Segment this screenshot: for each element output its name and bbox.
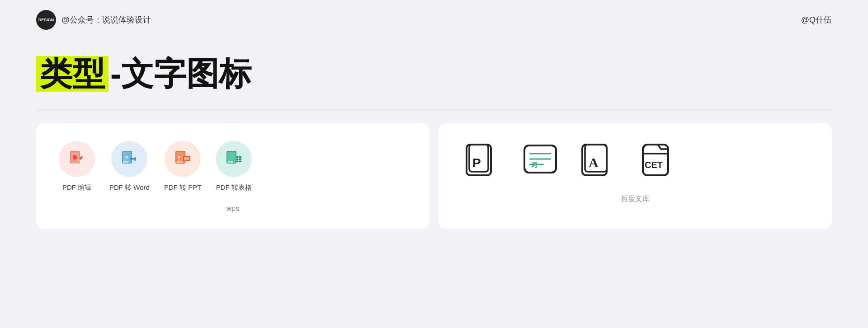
pdf-ppt-label: PDF 转 PPT xyxy=(164,183,202,192)
baidu-card: P 词 xyxy=(439,123,832,229)
header: DESIGN @公众号：说说体验设计 @Q什伍 xyxy=(36,0,832,38)
svg-text:CET: CET xyxy=(645,160,663,170)
svg-text:PDF: PDF xyxy=(177,161,182,164)
baidu-icons-row: P 词 xyxy=(461,141,809,182)
list-item: W PDF PDF 转 Word xyxy=(109,141,150,192)
pdf-edit-label: PDF 编辑 xyxy=(62,183,91,192)
title-section: 类型 -文字图标 xyxy=(36,38,832,101)
header-brand-label: @公众号：说说体验设计 xyxy=(61,14,151,25)
pdf-ppt-icon-circle: P PDF xyxy=(165,141,201,177)
svg-text:P: P xyxy=(472,156,481,170)
pdf-ppt-icon: P PDF xyxy=(172,149,193,169)
pdf-word-label: PDF 转 Word xyxy=(109,183,150,192)
svg-rect-13 xyxy=(184,157,189,160)
wps-footer-label: wps xyxy=(59,205,407,213)
pdf-word-icon-circle: W PDF xyxy=(111,141,147,177)
svg-text:P: P xyxy=(178,155,180,159)
logo-icon: DESIGN xyxy=(38,18,54,23)
header-author-label: @Q什伍 xyxy=(801,14,832,25)
baidu-font-icon: A xyxy=(579,141,619,182)
list-item: PDF PDF 转表格 xyxy=(216,141,252,192)
svg-text:W: W xyxy=(124,155,128,159)
logo-circle: DESIGN xyxy=(36,10,56,30)
pdf-word-icon: W PDF xyxy=(119,149,140,169)
baidu-pdf-icon: P xyxy=(461,141,502,182)
baidu-cet-icon: CET xyxy=(637,141,678,182)
list-item: P xyxy=(461,141,502,182)
page-wrapper: DESIGN @公众号：说说体验设计 @Q什伍 类型 -文字图标 xyxy=(0,0,868,328)
pdf-table-icon: PDF xyxy=(223,149,244,169)
cards-row: PDF PDF 编辑 W PDF xyxy=(36,123,832,229)
svg-text:PDF: PDF xyxy=(72,162,79,165)
pdf-table-label: PDF 转表格 xyxy=(216,183,252,192)
wps-card: PDF PDF 编辑 W PDF xyxy=(36,123,429,229)
svg-text:A: A xyxy=(589,155,599,170)
svg-text:PDF: PDF xyxy=(228,161,233,164)
pdf-edit-icon: PDF xyxy=(66,149,87,169)
svg-text:PDF: PDF xyxy=(123,161,129,164)
pdf-edit-icon-circle: PDF xyxy=(59,141,95,177)
wps-icons-row: PDF PDF 编辑 W PDF xyxy=(59,141,407,192)
title-rest: -文字图标 xyxy=(110,56,251,92)
section-divider xyxy=(36,109,832,109)
svg-rect-7 xyxy=(130,158,133,159)
pdf-table-icon-circle: PDF xyxy=(216,141,252,177)
list-item: A xyxy=(579,141,619,182)
svg-text:词: 词 xyxy=(531,161,537,169)
list-item: 词 xyxy=(520,141,561,182)
title-highlight: 类型 xyxy=(36,56,108,92)
list-item: P PDF PDF 转 PPT xyxy=(164,141,202,192)
baidu-footer-label: 百度文库 xyxy=(461,194,809,204)
baidu-doc-icon: 词 xyxy=(520,141,561,182)
header-left: DESIGN @公众号：说说体验设计 xyxy=(36,10,151,30)
main-title: 类型 -文字图标 xyxy=(36,56,832,92)
list-item: PDF PDF 编辑 xyxy=(59,141,95,192)
list-item: CET xyxy=(637,141,678,182)
